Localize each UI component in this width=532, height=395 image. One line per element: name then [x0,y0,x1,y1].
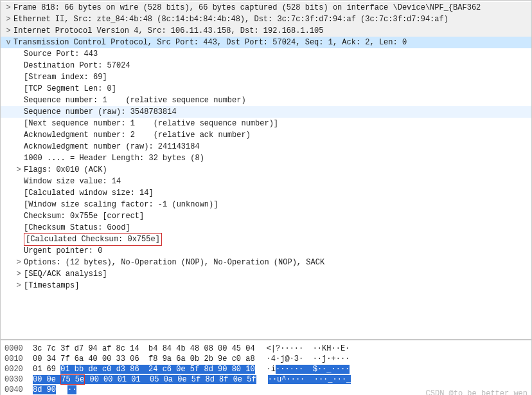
tree-row-18[interactable]: Checksum: 0x755e [correct] [1,210,531,222]
hex-offset: 0040 [4,384,33,394]
hex-ascii: ·· [67,384,76,394]
tree-row-14[interactable]: >Flags: 0x010 (ACK) [1,164,531,176]
tree-row-label: Source Port: 443 [24,48,98,60]
tree-row-24[interactable]: >[Timestamps] [1,280,531,291]
tree-spacer [13,141,24,152]
tree-row-8[interactable]: Sequence number: 1 (relative sequence nu… [1,95,531,106]
hex-ascii: ·4·j@·3· ··j·+··· [267,353,350,363]
tree-row-label: Options: (12 bytes), No-Operation (NOP),… [24,257,324,268]
tree-row-10[interactable]: [Next sequence number: 1 (relative seque… [1,118,531,129]
tree-row-label: [Next sequence number: 1 (relative seque… [24,118,278,129]
tree-spacer [13,106,24,118]
tree-row-label: Ethernet II, Src: zte_84:4b:48 (8c:14:b4… [13,14,448,25]
chevron-right-icon[interactable]: > [13,164,24,176]
tree-row-label: 1000 .... = Header Length: 32 bytes (8) [24,152,204,164]
tree-row-9[interactable]: Sequence number (raw): 3548783814 [1,106,531,118]
tree-row-1[interactable]: >Ethernet II, Src: zte_84:4b:48 (8c:14:b… [1,14,531,25]
tree-row-label: [Stream index: 69] [24,71,107,83]
hex-bytes: 8d 90 [33,384,56,394]
tree-row-label: Urgent pointer: 0 [24,245,102,257]
tree-row-21[interactable]: Urgent pointer: 0 [1,245,531,257]
tree-row-label: [Window size scaling factor: -1 (unknown… [24,199,218,210]
tree-row-label: Frame 818: 66 bytes on wire (528 bits), … [13,2,481,14]
hex-row[interactable]: 00003c 7c 3f d7 94 af 8c 14 b4 84 4b 48 … [4,343,528,353]
tree-row-11[interactable]: Acknowledgment number: 2 (relative ack n… [1,129,531,141]
hex-offset: 0020 [4,363,33,374]
tree-row-5[interactable]: Destination Port: 57024 [1,60,531,71]
chevron-right-icon[interactable]: > [13,280,24,291]
tree-row-label: [SEQ/ACK analysis] [24,268,107,280]
tree-row-label: [Timestamps] [24,280,79,291]
tree-row-label: [Checksum Status: Good] [24,222,130,234]
tree-row-6[interactable]: [Stream index: 69] [1,71,531,83]
hex-bytes: 01 69 01 bb de c0 d3 86 24 c6 0e 5f 8d 9… [33,363,255,374]
hex-row[interactable]: 001000 34 7f 6a 40 00 33 06 f8 9a 6a 0b … [4,353,528,363]
hex-bytes: 00 0e 75 5e 00 00 01 01 05 0a 0e 5f 8d 8… [33,374,256,384]
hex-offset: 0010 [4,353,33,363]
chevron-right-icon[interactable]: > [3,25,13,37]
tree-spacer [13,210,24,222]
tree-spacer [13,129,24,141]
chevron-down-icon[interactable]: v [3,37,13,48]
packet-details-pane[interactable]: >Frame 818: 66 bytes on wire (528 bits),… [0,0,532,340]
hex-offset: 0030 [4,374,33,384]
tree-row-12[interactable]: Acknowledgment number (raw): 241143184 [1,141,531,152]
hex-row[interactable]: 003000 0e 75 5e 00 00 01 01 05 0a 0e 5f … [4,374,528,384]
tree-spacer [13,71,24,83]
tree-spacer [13,95,24,106]
tree-spacer [13,187,24,199]
chevron-right-icon[interactable]: > [13,257,24,268]
tree-spacer [13,152,24,164]
chevron-right-icon[interactable]: > [13,268,24,280]
tree-spacer [13,222,24,234]
tree-row-label: Acknowledgment number: 2 (relative ack n… [24,129,251,141]
hex-bytes: 00 34 7f 6a 40 00 33 06 f8 9a 6a 0b 2b 9… [33,353,255,363]
hex-ascii: ··u^···· ···_···_ [268,374,351,384]
tree-row-3[interactable]: vTransmission Control Protocol, Src Port… [1,37,531,48]
watermark-text: CSDN @to_be_better_wen [426,388,528,395]
tree-row-label: Sequence number: 1 (relative sequence nu… [24,95,246,106]
tree-row-2[interactable]: >Internet Protocol Version 4, Src: 106.1… [1,25,531,37]
tree-row-label: [Calculated window size: 14] [24,187,154,199]
tree-row-0[interactable]: >Frame 818: 66 bytes on wire (528 bits),… [1,2,531,14]
tree-row-label: [TCP Segment Len: 0] [24,83,116,95]
tree-row-label: Transmission Control Protocol, Src Port:… [13,37,407,48]
tree-spacer [13,176,24,187]
tree-spacer [13,245,24,257]
chevron-right-icon[interactable]: > [3,2,13,14]
tree-row-label: Checksum: 0x755e [correct] [24,210,144,222]
tree-row-label: Flags: 0x010 (ACK) [24,164,107,176]
tree-row-23[interactable]: >[SEQ/ACK analysis] [1,268,531,280]
tree-row-19[interactable]: [Checksum Status: Good] [1,222,531,234]
tree-row-7[interactable]: [TCP Segment Len: 0] [1,83,531,95]
tree-spacer [13,199,24,210]
tree-row-label: Destination Port: 57024 [24,60,130,71]
hex-row[interactable]: 002001 69 01 bb de c0 d3 86 24 c6 0e 5f … [4,363,528,374]
tree-row-22[interactable]: >Options: (12 bytes), No-Operation (NOP)… [1,257,531,268]
tree-row-17[interactable]: [Window size scaling factor: -1 (unknown… [1,199,531,210]
tree-spacer [13,118,24,129]
tree-row-20[interactable]: [Calculated Checksum: 0x755e] [1,234,531,245]
tree-row-15[interactable]: Window size value: 14 [1,176,531,187]
tree-row-4[interactable]: Source Port: 443 [1,48,531,60]
tree-spacer [13,234,24,245]
tree-row-label: Window size value: 14 [24,176,121,187]
hex-ascii: ·i······ $··_···· [267,363,350,374]
tree-spacer [13,48,24,60]
tree-spacer [13,60,24,71]
tree-row-label: Internet Protocol Version 4, Src: 106.11… [13,25,323,37]
tree-row-16[interactable]: [Calculated window size: 14] [1,187,531,199]
packet-bytes-pane[interactable]: 00003c 7c 3f d7 94 af 8c 14 b4 84 4b 48 … [0,340,532,395]
tree-row-label: [Calculated Checksum: 0x755e] [24,233,162,246]
hex-offset: 0000 [4,343,33,353]
tree-row-label: Sequence number (raw): 3548783814 [24,106,177,118]
tree-row-label: Acknowledgment number (raw): 241143184 [24,141,200,152]
tree-row-13[interactable]: 1000 .... = Header Length: 32 bytes (8) [1,152,531,164]
tree-spacer [13,83,24,95]
hex-bytes: 3c 7c 3f d7 94 af 8c 14 b4 84 4b 48 08 0… [33,343,255,353]
hex-ascii: <|?····· ··KH··E· [267,343,350,353]
chevron-right-icon[interactable]: > [3,14,13,25]
